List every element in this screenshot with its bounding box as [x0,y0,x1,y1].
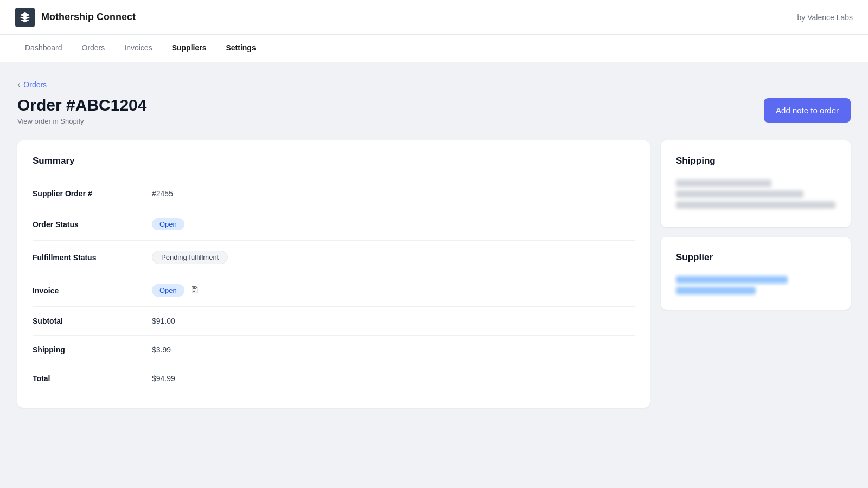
page-title: Order #ABC1204 [17,96,146,114]
shopify-link[interactable]: View order in Shopify [17,117,84,125]
total-value: $94.99 [152,374,175,383]
table-row: Invoice Open 🖹 [33,274,635,307]
side-cards: Shipping Supplier [661,140,851,310]
fulfillment-status-badge: Pending fulfillment [152,251,228,264]
fulfillment-status-value: Pending fulfillment [152,251,228,264]
nav-invoices[interactable]: Invoices [114,35,162,62]
supplier-card: Supplier [661,237,851,310]
blurred-line-2 [676,190,803,198]
table-row: Supplier Order # #2455 [33,179,635,208]
supplier-card-title: Supplier [676,252,835,263]
shipping-card: Shipping [661,140,851,227]
header-left: Mothership Connect [15,8,136,27]
total-label: Total [33,374,152,383]
back-chevron-icon: ‹ [17,80,20,89]
table-row: Total $94.99 [33,364,635,393]
invoice-document-icon[interactable]: 🖹 [190,285,200,296]
table-row: Fulfillment Status Pending fulfillment [33,241,635,274]
nav-orders[interactable]: Orders [72,35,115,62]
header: Mothership Connect by Valence Labs [0,0,868,35]
invoice-label: Invoice [33,286,152,295]
fulfillment-status-label: Fulfillment Status [33,253,152,262]
table-row: Shipping $3.99 [33,336,635,364]
order-status-value: Open [152,218,184,230]
supplier-info-blurred [676,276,835,294]
breadcrumb-label: Orders [23,80,47,89]
order-status-badge: Open [152,218,184,230]
blurred-line-3 [676,201,835,209]
summary-title: Summary [33,156,635,166]
page-title-row: Order #ABC1204 View order in Shopify Add… [17,96,851,125]
subtotal-value: $91.00 [152,317,175,325]
breadcrumb[interactable]: ‹ Orders [17,80,851,89]
invoice-status-badge: Open [152,284,184,297]
table-row: Order Status Open [33,208,635,241]
supplier-blurred-line-2 [676,287,756,294]
add-note-button[interactable]: Add note to order [764,98,851,123]
header-byline: by Valence Labs [797,13,853,22]
order-status-label: Order Status [33,220,152,229]
page-title-group: Order #ABC1204 View order in Shopify [17,96,146,125]
nav-settings[interactable]: Settings [216,35,265,62]
supplier-order-label: Supplier Order # [33,189,152,198]
invoice-value: Open 🖹 [152,284,200,297]
main-nav: Dashboard Orders Invoices Suppliers Sett… [0,35,868,62]
shipping-value: $3.99 [152,345,171,354]
nav-suppliers[interactable]: Suppliers [162,35,216,62]
nav-dashboard[interactable]: Dashboard [15,35,72,62]
supplier-order-value: #2455 [152,189,173,198]
blurred-line-1 [676,179,771,187]
supplier-blurred-line-1 [676,276,788,284]
logo-icon [15,8,35,27]
table-row: Subtotal $91.00 [33,307,635,336]
shipping-card-title: Shipping [676,156,835,166]
app-title: Mothership Connect [41,11,136,23]
summary-card: Summary Supplier Order # #2455 Order Sta… [17,140,650,408]
subtotal-label: Subtotal [33,317,152,325]
main-content: ‹ Orders Order #ABC1204 View order in Sh… [0,62,868,425]
shipping-label: Shipping [33,345,152,354]
content-grid: Summary Supplier Order # #2455 Order Sta… [17,140,851,408]
shipping-address-blurred [676,179,835,209]
